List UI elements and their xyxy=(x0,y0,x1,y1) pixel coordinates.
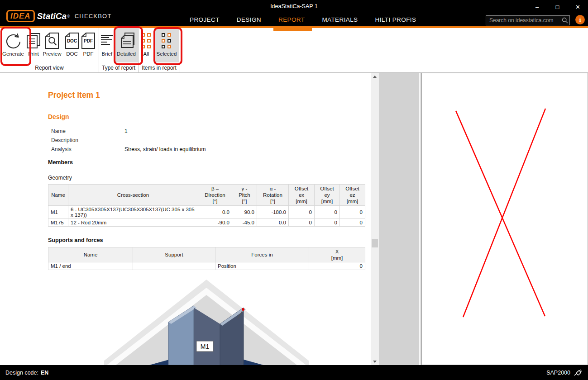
supports-header-row: Name Support Forces in X[mm] xyxy=(48,247,365,262)
red-cross-icon xyxy=(422,73,588,365)
selected-label: Selected xyxy=(157,51,177,57)
field-name: Name 1 xyxy=(51,127,206,136)
pdf-export-button[interactable]: PDF PDF xyxy=(81,28,96,62)
brief-lines-icon xyxy=(100,30,114,51)
field-description: Description xyxy=(51,136,206,145)
close-button[interactable]: ✕ xyxy=(568,0,588,14)
selected-items-grid-icon xyxy=(162,30,172,51)
scroll-up-button[interactable] xyxy=(371,73,379,80)
preview-label: Preview xyxy=(43,51,62,57)
group-label-items-in-report: Items in report xyxy=(139,65,180,71)
connection-3d-viewport: M1 xyxy=(104,278,309,365)
window-controls: – □ ✕ xyxy=(527,0,588,14)
supports-heading: Supports and forces xyxy=(48,237,103,243)
maximize-button[interactable]: □ xyxy=(547,0,568,14)
registered-mark: ® xyxy=(67,14,70,19)
scroll-down-button[interactable] xyxy=(371,358,379,365)
group-type-of-report: Brief Detailed Type of report xyxy=(99,28,138,72)
idea-logo-badge: IDEA xyxy=(6,10,35,22)
checkbot-window: IdeaStatiCa-SAP 1 – □ ✕ IDEA StatiCa ® C… xyxy=(0,0,588,380)
tab-hilti-profis[interactable]: HILTI PROFIS xyxy=(375,16,416,23)
design-fields: Name 1 Description Analysis Stress, stra… xyxy=(51,127,206,154)
report-toolbar: Generate Print Preview DOC xyxy=(0,28,588,73)
idea-statica-logo: IDEA StatiCa ® CHECKBOT xyxy=(6,10,112,22)
supports-row: M1 / end Position 0 xyxy=(48,262,365,270)
tab-report[interactable]: REPORT xyxy=(278,16,305,23)
doc-file-icon: DOC xyxy=(63,30,81,51)
print-button[interactable]: Print xyxy=(26,28,41,62)
brief-label: Brief xyxy=(101,51,112,57)
doc-label: DOC xyxy=(66,51,78,57)
viewer-panel xyxy=(421,73,588,365)
detailed-pages-icon xyxy=(117,30,136,51)
geometry-row-m1: M1 6 - UC305X305X137(UC305X305X137(UC 30… xyxy=(48,206,365,219)
active-tab-indicator xyxy=(273,26,312,31)
group-items-in-report: All Selected Items in report xyxy=(139,28,180,72)
design-heading: Design xyxy=(48,113,69,120)
preview-magnifier-icon xyxy=(43,30,61,51)
supports-table: Name Support Forces in X[mm] M1 / end Po… xyxy=(48,247,365,270)
doc-export-button[interactable]: DOC DOC xyxy=(63,28,81,62)
field-analysis: Analysis Stress, strain/ loads in equili… xyxy=(51,145,206,154)
detailed-label: Detailed xyxy=(117,51,136,57)
all-items-grid-icon xyxy=(141,30,151,51)
detailed-button[interactable]: Detailed xyxy=(115,28,138,62)
svg-text:PDF: PDF xyxy=(84,38,93,43)
group-label-report-view: Report view xyxy=(0,65,99,71)
tab-materials[interactable]: MATERIALS xyxy=(322,16,358,23)
print-label: Print xyxy=(28,51,39,57)
scrollbar-thumb[interactable] xyxy=(372,239,378,247)
all-label: All xyxy=(143,51,149,57)
search-box xyxy=(486,15,570,25)
design-code-label: Design code: xyxy=(5,370,38,376)
window-title: IdeaStatiCa-SAP 1 xyxy=(0,3,588,10)
geometry-row-m175: M175 12 - Rod 20mm -90.0 -45.0 0.0 0 0 0 xyxy=(48,219,365,227)
main-nav: PROJECT DESIGN REPORT MATERIALS HILTI PR… xyxy=(190,14,416,26)
content-gap xyxy=(379,73,419,365)
members-heading: Members xyxy=(48,159,73,166)
selected-items-button[interactable]: Selected xyxy=(154,28,179,62)
search-icon xyxy=(560,17,569,24)
minimize-button[interactable]: – xyxy=(527,0,547,14)
generate-label: Generate xyxy=(2,51,24,57)
report-preview: Project item 1 Design Name 1 Description… xyxy=(0,73,371,365)
connection-status: SAP2000 xyxy=(546,369,583,376)
brief-button[interactable]: Brief xyxy=(100,28,115,62)
geometry-table: Name Cross-section β – Direction[°] γ - … xyxy=(48,184,365,227)
geometry-heading: Geometry xyxy=(48,175,72,181)
geometry-header-row: Name Cross-section β – Direction[°] γ - … xyxy=(48,185,365,206)
pdf-file-icon: PDF xyxy=(80,30,97,51)
pdf-label: PDF xyxy=(83,51,94,57)
node-marker-dot xyxy=(242,308,244,311)
product-name: CHECKBOT xyxy=(75,13,112,19)
search-input[interactable] xyxy=(486,17,560,24)
group-report-view: Generate Print Preview DOC xyxy=(0,28,99,72)
generate-button[interactable]: Generate xyxy=(0,28,26,62)
project-item-title: Project item 1 xyxy=(48,90,100,100)
design-code-value: EN xyxy=(41,370,48,376)
all-items-button[interactable]: All xyxy=(139,28,154,62)
connection-app-name: SAP2000 xyxy=(546,370,570,376)
report-scrollbar[interactable] xyxy=(371,73,379,365)
plug-icon xyxy=(574,369,583,376)
scroll-down-icon xyxy=(373,361,377,363)
printer-icon xyxy=(25,30,42,51)
svg-text:DOC: DOC xyxy=(67,38,77,43)
design-code-status: Design code:EN xyxy=(5,370,48,376)
group-label-type-of-report: Type of report xyxy=(99,65,138,71)
statusbar: Design code:EN SAP2000 xyxy=(0,365,588,380)
generate-refresh-icon xyxy=(3,30,23,51)
scroll-up-icon xyxy=(373,76,377,78)
statica-logo-text: StatiCa xyxy=(37,11,67,21)
connection-3d-render: M1 xyxy=(104,278,309,365)
member-label: M1 xyxy=(201,343,210,350)
toolbar-separator xyxy=(180,28,180,72)
tab-project[interactable]: PROJECT xyxy=(190,16,220,23)
preview-button[interactable]: Preview xyxy=(41,28,63,62)
info-button[interactable]: i xyxy=(575,15,585,24)
tab-design[interactable]: DESIGN xyxy=(237,16,261,23)
